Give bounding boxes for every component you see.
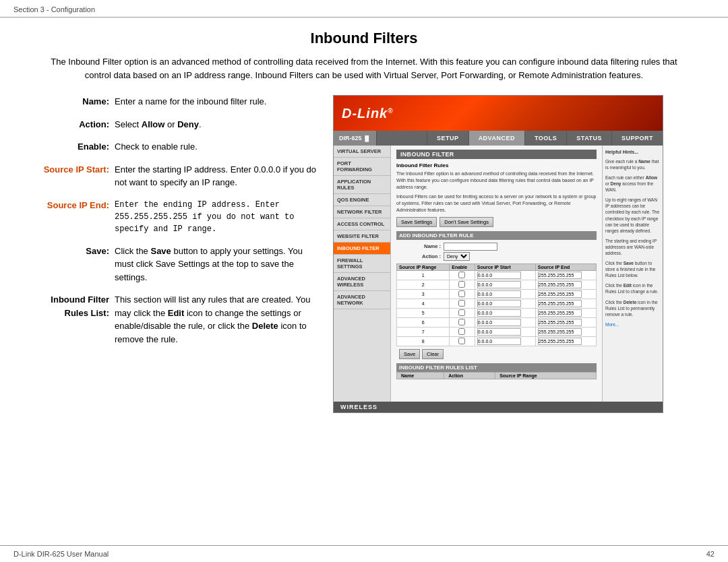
ip-start-input[interactable] — [477, 319, 521, 326]
page-header: Section 3 - Configuration — [0, 0, 728, 18]
row-enable[interactable] — [450, 280, 475, 289]
ip-start-input[interactable] — [477, 328, 521, 336]
nav-tab-status[interactable]: STATUS — [566, 131, 611, 146]
enable-checkbox[interactable] — [458, 309, 465, 316]
row-end[interactable] — [535, 308, 596, 317]
row-start[interactable] — [475, 299, 535, 308]
row-end[interactable] — [535, 280, 596, 289]
row-end[interactable] — [535, 289, 596, 299]
ip-end-input[interactable] — [538, 281, 582, 288]
enable-checkbox[interactable] — [458, 281, 465, 288]
sidebar-advanced-network[interactable]: ADVANCED NETWORK — [334, 291, 390, 309]
enable-label: Enable: — [34, 140, 115, 154]
sidebar-virtual-server[interactable]: VIRTUAL SERVER — [334, 146, 390, 158]
sidebar-port-forwarding[interactable]: PORT FORWARDING — [334, 158, 390, 176]
ip-range-table: Source IP Range Enable Source IP Start S… — [396, 263, 597, 346]
row-enable[interactable] — [450, 299, 475, 308]
sidebar-advanced-wireless[interactable]: ADVANCED WIRELESS — [334, 273, 390, 291]
enable-checkbox[interactable] — [458, 328, 465, 335]
ip-end-input[interactable] — [538, 272, 582, 279]
sidebar-firewall-settings[interactable]: FIREWALL SETTINGS — [334, 255, 390, 273]
sidebar-qos-engine[interactable]: QOS ENGINE — [334, 194, 390, 206]
two-col-layout: Name: Enter a name for the inbound filte… — [27, 95, 701, 413]
row-start[interactable] — [475, 289, 535, 299]
source-ip-end-text: Enter the ending IP address. Enter 255.2… — [115, 199, 317, 235]
row-end[interactable] — [535, 327, 596, 336]
name-text: Enter a name for the inbound filter rule… — [115, 95, 317, 108]
row-enable[interactable] — [450, 317, 475, 327]
dlink-logo: D-Link® — [342, 106, 394, 121]
ip-row: 3 — [397, 289, 597, 299]
save-rule-button[interactable]: Save — [399, 349, 420, 359]
nav-tab-support[interactable]: SUPPORT — [611, 131, 663, 146]
form-action-select[interactable]: Deny Allow — [444, 252, 470, 261]
nav-tab-tools[interactable]: TOOLS — [524, 131, 566, 146]
router-panel: D-Link® DIR-625 ▐▌ SETUP ADVANCED TOOLS … — [333, 95, 663, 413]
row-start[interactable] — [475, 270, 535, 280]
desc-action: Action: Select Allow or Deny. — [34, 118, 317, 131]
hints-title: Helpful Hints... — [605, 149, 660, 156]
row-end[interactable] — [535, 336, 596, 346]
ip-end-input[interactable] — [538, 338, 582, 345]
right-router-panel: D-Link® DIR-625 ▐▌ SETUP ADVANCED TOOLS … — [333, 95, 701, 413]
form-name-input[interactable] — [444, 243, 497, 251]
row-end[interactable] — [535, 270, 596, 280]
row-start[interactable] — [475, 308, 535, 317]
enable-checkbox[interactable] — [458, 319, 465, 325]
sidebar-website-filter[interactable]: WEBSITE FILTER — [334, 230, 390, 243]
sidebar-access-control[interactable]: ACCESS CONTROL — [334, 218, 390, 230]
row-enable[interactable] — [450, 289, 475, 299]
row-end[interactable] — [535, 299, 596, 308]
save-settings-button[interactable]: Save Settings — [396, 217, 437, 227]
row-enable[interactable] — [450, 308, 475, 317]
row-enable[interactable] — [450, 270, 475, 280]
add-filter-title: ADD INBOUND FILTER RULE — [396, 231, 597, 240]
ip-row: 5 — [397, 308, 597, 317]
source-ip-start-text: Enter the starting IP address. Enter 0.0… — [115, 163, 317, 189]
ip-start-input[interactable] — [477, 309, 521, 317]
form-action-label: Action : — [396, 253, 444, 259]
row-num: 3 — [397, 289, 450, 299]
hint-more[interactable]: More... — [605, 321, 660, 327]
footer-right: 42 — [706, 550, 715, 558]
sidebar-inbound-filter[interactable]: INBOUND FILTER — [334, 243, 390, 255]
row-enable[interactable] — [450, 336, 475, 346]
rules-col-action: Action — [444, 372, 495, 379]
clear-button[interactable]: Clear — [422, 349, 444, 359]
ip-end-input[interactable] — [538, 309, 582, 317]
row-start[interactable] — [475, 327, 535, 336]
enable-checkbox[interactable] — [458, 300, 465, 307]
router-buttons: Save Settings Don't Save Settings — [396, 217, 597, 227]
ip-end-input[interactable] — [538, 328, 582, 336]
model-label: DIR-625 ▐▌ — [334, 131, 377, 146]
nav-tab-setup[interactable]: SETUP — [427, 131, 468, 146]
filter-rules-title: Inbound Filter Rules — [396, 162, 597, 168]
section-title: INBOUND FILTER — [396, 150, 597, 159]
ip-end-input[interactable] — [538, 319, 582, 326]
ip-start-input[interactable] — [477, 300, 521, 307]
row-start[interactable] — [475, 317, 535, 327]
ip-end-input[interactable] — [538, 290, 582, 298]
ip-range-section: Source IP Range Enable Source IP Start S… — [396, 263, 597, 346]
desc-rules-list: Inbound FilterRules List: This section w… — [34, 293, 317, 346]
enable-checkbox[interactable] — [458, 272, 465, 278]
enable-checkbox[interactable] — [458, 290, 465, 297]
ip-end-input[interactable] — [538, 300, 582, 307]
ip-start-input[interactable] — [477, 338, 521, 345]
ip-start-input[interactable] — [477, 290, 521, 298]
row-end[interactable] — [535, 317, 596, 327]
dont-save-settings-button[interactable]: Don't Save Settings — [439, 217, 493, 227]
sidebar-network-filter[interactable]: NETWORK FILTER — [334, 206, 390, 218]
ip-start-input[interactable] — [477, 281, 521, 288]
col-source-ip-end: Source IP End — [535, 263, 596, 270]
rules-col-source-ip-range: Source IP Range — [495, 372, 597, 379]
col-enable: Enable — [450, 263, 475, 270]
row-start[interactable] — [475, 280, 535, 289]
row-enable[interactable] — [450, 327, 475, 336]
nav-tab-advanced[interactable]: ADVANCED — [468, 131, 524, 146]
nav-bar: DIR-625 ▐▌ SETUP ADVANCED TOOLS STATUS S… — [334, 131, 663, 146]
enable-checkbox[interactable] — [458, 338, 465, 344]
sidebar-application-rules[interactable]: APPLICATION RULES — [334, 176, 390, 194]
row-start[interactable] — [475, 336, 535, 346]
ip-start-input[interactable] — [477, 272, 521, 279]
